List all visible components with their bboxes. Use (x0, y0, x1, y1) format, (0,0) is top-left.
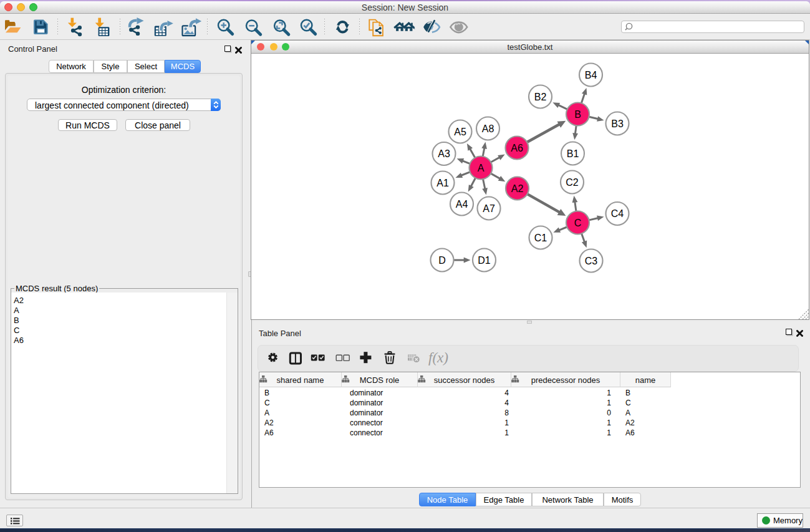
svg-text:f(x): f(x) (428, 350, 448, 365)
